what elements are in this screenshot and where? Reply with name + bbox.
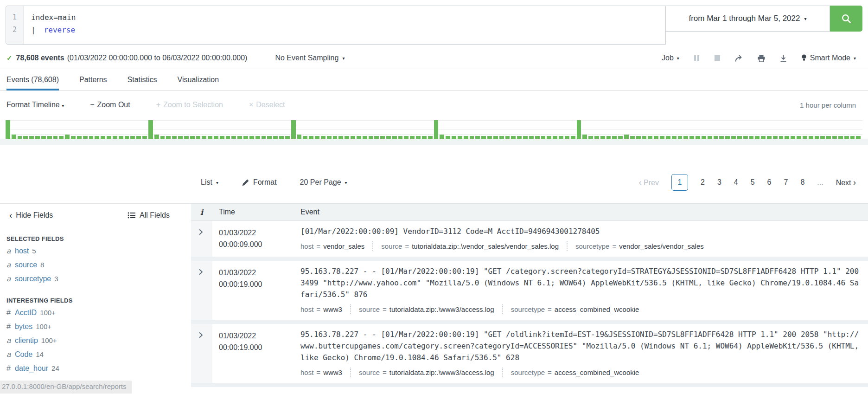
timeline-bar[interactable] [303,136,307,139]
timeline-bar[interactable] [23,136,28,139]
timeline-bar[interactable] [838,136,843,139]
timeline-bar[interactable] [452,136,456,139]
query-line-1[interactable]: index=main [31,11,76,24]
zoom-out-button[interactable]: −Zoom Out [90,101,130,109]
timeline-bar[interactable] [166,136,171,139]
timeline-bar[interactable] [416,136,421,139]
timeline-bar[interactable] [535,136,540,139]
timeline-bar[interactable] [725,136,730,139]
timeline-bar[interactable] [297,135,302,139]
timeline-bar[interactable] [731,136,736,139]
timeline-histogram[interactable] [6,117,862,139]
timeline-bar[interactable] [338,136,343,139]
timeline-bar[interactable] [499,136,504,139]
timeline-bar[interactable] [392,136,397,139]
timeline-bar[interactable] [606,136,611,139]
timeline-bar[interactable] [142,136,147,139]
timeline-bar[interactable] [374,136,379,139]
timeline-bar[interactable] [214,136,218,139]
timeline-bar[interactable] [18,136,22,139]
timeline-bar[interactable] [226,136,230,139]
timeline-bar[interactable] [618,136,623,139]
timeline-bar[interactable] [559,136,563,139]
timeline-bar[interactable] [761,136,766,139]
timeline-bar[interactable] [65,135,70,139]
timeline-bar[interactable] [648,136,652,139]
timeline-bar[interactable] [517,136,522,139]
timeline-bar[interactable] [779,136,784,139]
timeline-bar[interactable] [363,136,367,139]
timeline-bar[interactable] [749,136,754,139]
event-field-key-host[interactable]: host [300,305,313,313]
timeline-bar[interactable] [190,136,195,139]
page-7[interactable]: 7 [784,178,788,187]
timeline-bar[interactable] [380,136,385,139]
timeline-bar[interactable] [428,136,433,139]
timeline-bar[interactable] [53,136,58,139]
timeline-bar[interactable] [434,120,439,139]
timeline-bar[interactable] [77,136,82,139]
timeline-bar[interactable] [505,136,510,139]
timeline-bar[interactable] [160,136,165,139]
timeline-bar[interactable] [511,136,516,139]
timeline-bar[interactable] [196,136,201,139]
timeline-bar[interactable] [529,136,534,139]
timeline-bar[interactable] [41,136,46,139]
timeline-bar[interactable] [481,136,486,139]
expand-event-chevron-icon[interactable] [198,229,205,235]
timeline-bar[interactable] [714,136,718,139]
timeline-bar[interactable] [612,136,617,139]
timeline-bar[interactable] [119,136,123,139]
timeline-bar[interactable] [683,136,688,139]
field-item-date_hour[interactable]: #date_hour24 [0,362,191,375]
timeline-bar[interactable] [59,136,64,139]
timeline-bar[interactable] [345,136,349,139]
timeline-bar[interactable] [666,136,670,139]
search-mode-menu[interactable]: Smart Mode ▾ [801,54,856,62]
pause-button[interactable] [693,54,700,62]
tab-statistics[interactable]: Statistics [128,69,157,90]
tab-patterns[interactable]: Patterns [79,69,107,90]
timeline-bar[interactable] [844,136,849,139]
timeline-bar[interactable] [208,136,212,139]
timeline-bar[interactable] [351,136,355,139]
timeline-bar[interactable] [71,136,76,139]
timeline-bar[interactable] [660,136,664,139]
timeline-bar[interactable] [588,136,593,139]
export-button[interactable] [779,54,787,62]
timeline-bar[interactable] [178,136,183,139]
timeline-bar[interactable] [309,136,313,139]
field-item-clientip[interactable]: aclientip100+ [0,334,191,348]
timeline-bar[interactable] [184,136,189,139]
timeline-bar[interactable] [130,136,135,139]
prev-page-button[interactable]: ‹ Prev [639,178,659,187]
timeline-bar[interactable] [832,136,837,139]
timeline-bar[interactable] [398,136,403,139]
next-page-button[interactable]: Next › [836,178,856,187]
timeline-bar[interactable] [767,136,772,139]
timeline-bar[interactable] [565,136,569,139]
query-line-2[interactable]: |reverse [31,24,76,36]
format-timeline-menu[interactable]: Format Timeline ▾ [6,101,64,109]
timeline-bar[interactable] [755,136,760,139]
search-query-editor[interactable]: 1 2 index=main |reverse [6,6,666,45]
format-results-button[interactable]: Format [242,178,277,187]
timeline-bar[interactable] [708,136,712,139]
timeline-bar[interactable] [422,136,427,139]
timeline-bar[interactable] [273,136,278,139]
timeline-bar[interactable] [333,136,338,139]
print-button[interactable] [757,54,766,62]
field-item-sourcetype[interactable]: asourcetype3 [0,272,191,286]
timeline-bar[interactable] [458,136,462,139]
field-item-bytes[interactable]: #bytes100+ [0,320,191,334]
timeline-bar[interactable] [773,136,778,139]
timeline-bar[interactable] [826,136,831,139]
event-field-value[interactable]: vendor_sales/vendor_sales [619,242,704,250]
timeline-bar[interactable] [809,136,813,139]
per-page-menu[interactable]: 20 Per Page ▾ [300,178,347,187]
timeline-bar[interactable] [154,135,159,139]
timeline-bar[interactable] [47,136,52,139]
timeline-bar[interactable] [571,136,575,139]
time-range-picker[interactable]: from Mar 1 through Mar 5, 2022 ▾ [666,6,830,32]
timeline-bar[interactable] [475,136,480,139]
